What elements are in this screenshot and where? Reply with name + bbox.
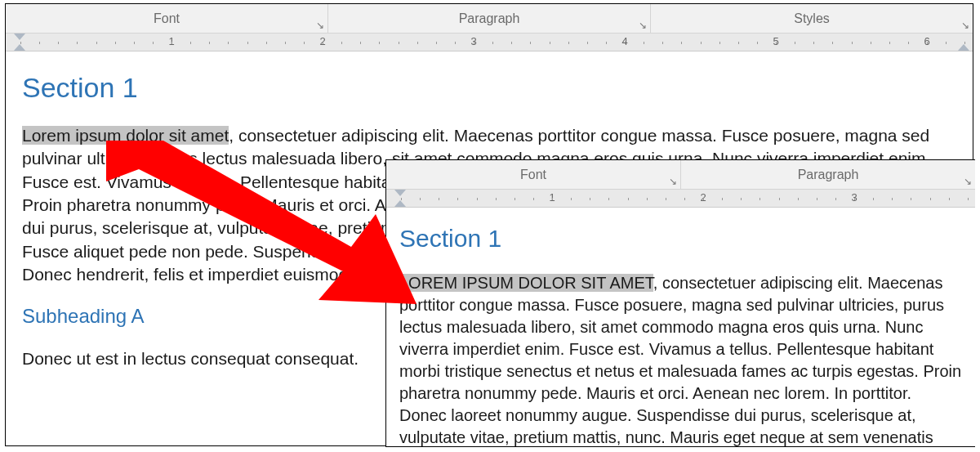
ribbon-group-styles[interactable]: Styles ↘ [651,4,973,33]
selected-text[interactable]: Lorem ipsum dolor sit amet [22,126,229,145]
ribbon-group-font[interactable]: Font ↘ [386,160,681,189]
selected-text[interactable]: LOREM IPSUM DOLOR SIT AMET [399,274,653,292]
ribbon-groups: Font ↘ Paragraph ↘ Styles ↘ [6,4,973,34]
ribbon-group-label: Paragraph [798,168,859,182]
first-line-indent-marker[interactable] [394,190,406,196]
dialog-launcher-icon[interactable]: ↘ [961,20,969,31]
heading-1: Section 1 [399,222,962,256]
paragraph-text: , consectetuer adipiscing elit. Maecenas… [399,274,961,448]
ribbon-groups: Font ↘ Paragraph ↘ [386,160,975,190]
heading-1: Section 1 [22,69,956,107]
hanging-indent-marker[interactable] [394,200,406,207]
dialog-launcher-icon[interactable]: ↘ [639,20,647,31]
ribbon-group-label: Paragraph [459,11,520,26]
paragraph: LOREM IPSUM DOLOR SIT AMET, consectetuer… [399,272,962,448]
ribbon-group-paragraph[interactable]: Paragraph ↘ [328,4,651,33]
ribbon-group-paragraph[interactable]: Paragraph ↘ [681,160,975,189]
hanging-indent-marker[interactable] [14,44,25,51]
right-indent-marker[interactable] [958,44,969,51]
ribbon-group-font[interactable]: Font ↘ [6,4,328,33]
ribbon-group-label: Font [520,168,546,182]
ribbon-group-label: Styles [794,11,830,26]
dialog-launcher-icon[interactable]: ↘ [669,176,677,187]
horizontal-ruler[interactable]: 123456 [6,34,973,51]
first-line-indent-marker[interactable] [14,34,25,40]
ribbon-group-label: Font [154,11,180,26]
horizontal-ruler[interactable]: 123 [386,190,975,208]
dialog-launcher-icon[interactable]: ↘ [964,176,972,187]
document-area[interactable]: Section 1 LOREM IPSUM DOLOR SIT AMET, co… [386,208,975,447]
word-window-after: Font ↘ Paragraph ↘ 123 Section 1 LOREM I… [385,159,975,447]
dialog-launcher-icon[interactable]: ↘ [316,20,324,31]
